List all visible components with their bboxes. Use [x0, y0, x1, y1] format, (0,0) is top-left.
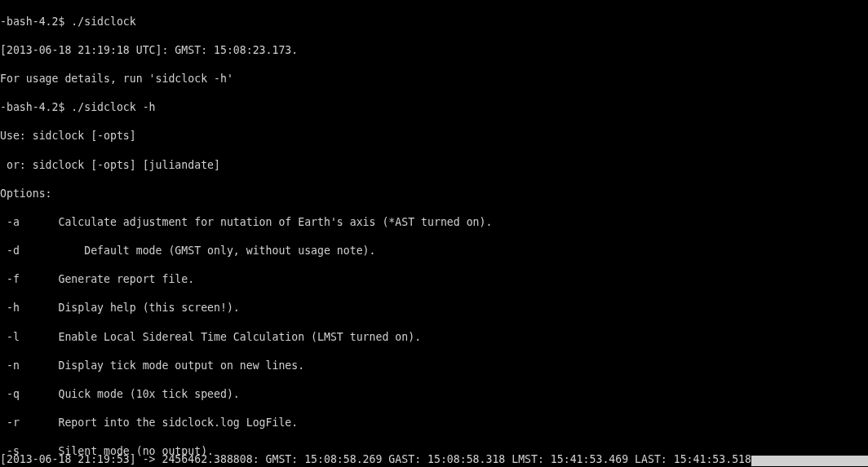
help-usage-1: Use: sidclock [-opts] — [0, 129, 868, 143]
help-option-r: -r Report into the sidclock.log LogFile. — [0, 416, 868, 430]
help-options-header: Options: — [0, 187, 868, 201]
shell-prompt: -bash-4.2$ — [0, 15, 71, 28]
help-option-d: -d Default mode (GMST only, without usag… — [0, 244, 868, 258]
help-option-q: -q Quick mode (10x tick speed). — [0, 387, 868, 402]
terminal-output[interactable]: -bash-4.2$ ./sidclock [2013-06-18 21:19:… — [0, 0, 868, 467]
help-option-f: -f Generate report file. — [0, 272, 868, 287]
status-line: [2013-06-18 21:19:53] -> 2456462.388808:… — [0, 452, 868, 467]
output-line: [2013-06-18 21:19:18 UTC]: GMST: 15:08:2… — [0, 43, 868, 58]
tick-output: [2013-06-18 21:19:53] -> 2456462.388808:… — [0, 452, 751, 467]
help-option-l: -l Enable Local Sidereal Time Calculatio… — [0, 330, 868, 345]
cursor-bar — [751, 456, 868, 466]
help-usage-2: or: sidclock [-opts] [juliandate] — [0, 158, 868, 173]
help-option-a: -a Calculate adjustment for nutation of … — [0, 215, 868, 230]
help-option-h: -h Display help (this screen!). — [0, 301, 868, 315]
output-line: For usage details, run 'sidclock -h' — [0, 72, 868, 86]
command-2: ./sidclock -h — [71, 101, 155, 113]
command-1: ./sidclock — [71, 15, 135, 28]
shell-prompt: -bash-4.2$ — [0, 101, 71, 113]
help-option-n: -n Display tick mode output on new lines… — [0, 359, 868, 373]
